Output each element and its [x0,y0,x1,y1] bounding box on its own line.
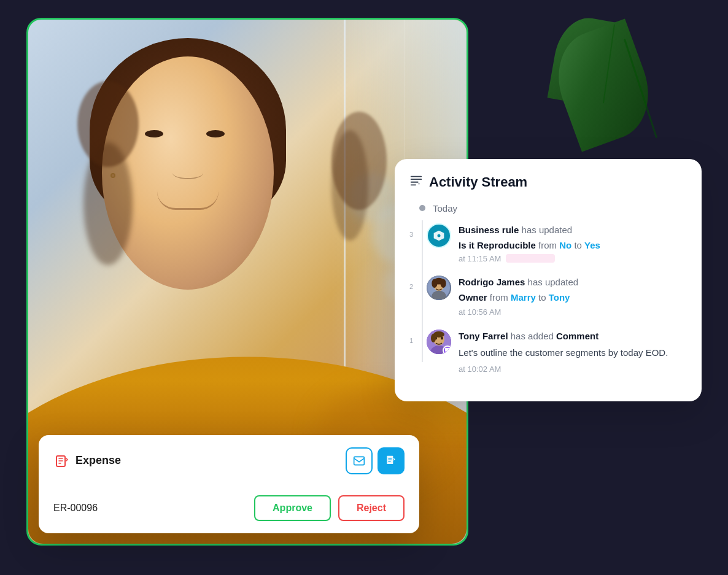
item-time-1: at 10:02 AM [459,365,501,374]
email-button[interactable] [346,447,373,474]
item-to-val-2: Tony [549,292,570,303]
chat-bubble-overlay [443,345,451,354]
item-content-2: Rodrigo James has updated Owner from Mar… [459,276,687,317]
svg-point-11 [432,279,437,287]
activity-item-2: 2 [427,276,687,317]
expense-id: ER-00096 [53,503,98,514]
activity-stream-header: Activity Stream [409,174,687,191]
date-separator: Today [409,203,687,214]
item-from-label-3: from [538,240,559,250]
activity-stream-title: Activity Stream [429,174,527,190]
today-label: Today [433,203,457,214]
item-comment-1: Let's outline the customer segments by t… [459,346,687,360]
receipt-button[interactable] [378,447,405,474]
reject-button[interactable]: Reject [338,495,405,521]
expense-title-row: Expense [53,452,121,469]
approve-button[interactable]: Approve [254,495,331,521]
item-to-label-3: to [574,240,584,250]
activity-item-3: 3 Business rule has updated I [427,223,687,263]
item-change-3: Is it Reproducible from No to Yes [459,240,687,250]
main-scene: Expense ER-00096 [26,18,702,558]
item-action-2: has updated [528,277,579,287]
item-action-3: has updated [522,225,573,235]
expense-icon [53,452,71,469]
activity-item-1: 1 [427,330,687,375]
item-time-3: at 11:15 AM [459,254,501,263]
svg-rect-1 [354,457,365,465]
item-action-1: has added [511,331,556,341]
activity-timeline: Today 3 Business rule has [409,203,687,375]
item-actor-1: Tony Farrel [459,331,508,341]
expense-actions [346,447,405,474]
expense-title: Expense [76,454,121,467]
item-field-1: Comment [556,331,598,341]
expense-card: Expense ER-00096 [39,435,419,533]
item-actor-3: Business rule [459,225,519,235]
item-number-1: 1 [409,337,413,344]
avatar-rodrigo [427,276,451,300]
plant-decoration [542,18,652,153]
item-main-text-3: Business rule has updated [459,223,687,236]
item-field-3: Is it Reproducible [459,240,536,250]
svg-point-12 [441,279,446,287]
item-from-val-2: Marry [511,292,536,303]
item-field-2: Owner [459,292,487,303]
item-content-1: Tony Farrel has added Comment Let's outl… [459,330,687,375]
timeline-line [422,220,423,363]
item-from-label-2: from [490,292,511,303]
item-main-text-2: Rodrigo James has updated [459,276,687,288]
svg-point-3 [419,183,420,184]
item-from-val-3: No [559,240,571,250]
activity-stream-icon [409,174,423,191]
item-to-label-2: to [538,292,549,303]
svg-point-19 [431,334,436,342]
item-number-3: 3 [409,231,413,238]
expense-buttons: Approve Reject [254,495,405,521]
avatar-business-rule [427,223,451,248]
item-actor-2: Rodrigo James [459,277,525,287]
activity-items-container: 3 Business rule has updated I [409,223,687,375]
item-main-text-1: Tony Farrel has added Comment [459,330,687,342]
item-time-2: at 10:56 AM [459,307,501,317]
expense-bottom: ER-00096 Approve Reject [53,495,405,521]
avatar-tony [427,330,451,354]
expense-header: Expense [53,447,405,474]
date-dot [419,205,425,211]
item-number-2: 2 [409,283,413,290]
svg-point-4 [438,234,441,237]
activity-stream-card: Activity Stream Today 3 [395,159,702,402]
item-to-val-3: Yes [584,240,600,250]
item-change-2: Owner from Marry to Tony [459,292,687,303]
item-content-3: Business rule has updated Is it Reproduc… [459,223,687,263]
